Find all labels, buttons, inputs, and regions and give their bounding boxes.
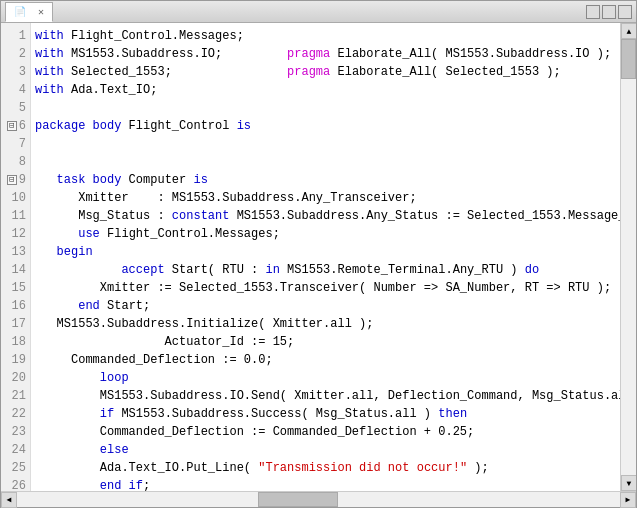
code-line (35, 135, 616, 153)
code-token: MS1553.Subaddress.IO; (64, 45, 287, 63)
horizontal-scrollbar[interactable]: ◀ ▶ (1, 491, 636, 507)
code-token: end (78, 297, 100, 315)
line-number: ⊟6 (5, 117, 26, 135)
code-token: MS1553.Subaddress.Success( Msg_Status.al… (114, 405, 438, 423)
code-line: MS1553.Subaddress.Initialize( Xmitter.al… (35, 315, 616, 333)
code-line: with Flight_Control.Messages; (35, 27, 616, 45)
scroll-down-button[interactable]: ▼ (621, 475, 636, 491)
code-line: accept Start( RTU : in MS1553.Remote_Ter… (35, 261, 616, 279)
code-line: Xmitter : MS1553.Subaddress.Any_Transcei… (35, 189, 616, 207)
code-token: pragma (287, 63, 330, 81)
line-number: 25 (5, 459, 26, 477)
code-token: Commanded_Deflection := 0.0; (35, 351, 273, 369)
line-number-text: 22 (12, 405, 26, 423)
code-token: Commanded_Deflection := Commanded_Deflec… (35, 423, 474, 441)
code-token: Start( RTU : (165, 261, 266, 279)
scroll-track-h[interactable] (17, 492, 620, 507)
code-token: if (100, 405, 114, 423)
code-line: else (35, 441, 616, 459)
code-line: Xmitter := Selected_1553.Transceiver( Nu… (35, 279, 616, 297)
line-number-text: 13 (12, 243, 26, 261)
editor-tab[interactable]: 📄 ✕ (5, 2, 53, 22)
code-token: pragma (287, 45, 330, 63)
code-token: Msg_Status : (35, 207, 172, 225)
code-token: Elaborate_All( MS1553.Subaddress.IO ); (330, 45, 611, 63)
line-number: 18 (5, 333, 26, 351)
code-token: with (35, 27, 64, 45)
line-number: 1 (5, 27, 26, 45)
code-token (35, 261, 121, 279)
code-line: with Ada.Text_IO; (35, 81, 616, 99)
code-token: is (193, 171, 207, 189)
code-token: with (35, 81, 64, 99)
scroll-left-button[interactable]: ◀ (1, 492, 17, 508)
line-number: 17 (5, 315, 26, 333)
maximize-button[interactable] (602, 5, 616, 19)
minimize-button[interactable] (586, 5, 600, 19)
code-token: ); (467, 459, 489, 477)
code-token (35, 225, 78, 243)
code-line: begin (35, 243, 616, 261)
line-number-text: 17 (12, 315, 26, 333)
code-token: task body (57, 171, 122, 189)
line-number-text: 26 (12, 477, 26, 491)
code-line: end if; (35, 477, 616, 491)
line-number-text: 16 (12, 297, 26, 315)
code-token: loop (100, 369, 129, 387)
code-token: with (35, 45, 64, 63)
line-number: 11 (5, 207, 26, 225)
code-line: MS1553.Subaddress.IO.Send( Xmitter.all, … (35, 387, 616, 405)
scroll-right-button[interactable]: ▶ (620, 492, 636, 508)
vertical-scrollbar[interactable]: ▲ ▼ (620, 23, 636, 491)
code-line: if MS1553.Subaddress.Success( Msg_Status… (35, 405, 616, 423)
tab-close-icon[interactable]: ✕ (38, 6, 44, 18)
line-number-text: 1 (19, 27, 26, 45)
scroll-thumb-v[interactable] (621, 39, 636, 79)
code-token (35, 369, 100, 387)
code-line: Msg_Status : constant MS1553.Subaddress.… (35, 207, 616, 225)
code-content[interactable]: with Flight_Control.Messages;with MS1553… (31, 23, 620, 491)
line-number-text: 12 (12, 225, 26, 243)
scroll-track-v[interactable] (621, 39, 636, 475)
line-number-text: 11 (12, 207, 26, 225)
code-token: package body (35, 117, 121, 135)
line-number-text: 18 (12, 333, 26, 351)
code-token: use (78, 225, 100, 243)
code-token: Computer (121, 171, 193, 189)
code-token: Start; (100, 297, 150, 315)
line-number: 12 (5, 225, 26, 243)
line-number: 24 (5, 441, 26, 459)
line-number-text: 23 (12, 423, 26, 441)
line-number-text: 4 (19, 81, 26, 99)
line-number: 16 (5, 297, 26, 315)
code-token: with (35, 63, 64, 81)
scroll-thumb-h[interactable] (258, 492, 338, 507)
code-token: "Transmission did not occur!" (258, 459, 467, 477)
code-token (35, 243, 57, 261)
code-line (35, 153, 616, 171)
scroll-up-button[interactable]: ▲ (621, 23, 636, 39)
line-number: 10 (5, 189, 26, 207)
code-token: Flight_Control.Messages; (64, 27, 244, 45)
code-token: MS1553.Remote_Terminal.Any_RTU ) (280, 261, 525, 279)
line-number: 22 (5, 405, 26, 423)
line-number: 23 (5, 423, 26, 441)
fold-icon[interactable]: ⊟ (7, 175, 17, 185)
code-line (35, 99, 616, 117)
line-number-text: 10 (12, 189, 26, 207)
line-number: ⊟9 (5, 171, 26, 189)
line-number-text: 14 (12, 261, 26, 279)
window-controls (586, 5, 632, 19)
line-number-text: 24 (12, 441, 26, 459)
line-number: 20 (5, 369, 26, 387)
code-token: end if (100, 477, 143, 491)
code-token: Ada.Text_IO; (64, 81, 158, 99)
code-line: Actuator_Id := 15; (35, 333, 616, 351)
code-token: MS1553.Subaddress.IO.Send( Xmitter.all, … (35, 387, 620, 405)
close-button[interactable] (618, 5, 632, 19)
code-line: package body Flight_Control is (35, 117, 616, 135)
fold-icon[interactable]: ⊟ (7, 121, 17, 131)
line-number: 21 (5, 387, 26, 405)
code-token: Xmitter := Selected_1553.Transceiver( Nu… (35, 279, 611, 297)
line-number: 4 (5, 81, 26, 99)
